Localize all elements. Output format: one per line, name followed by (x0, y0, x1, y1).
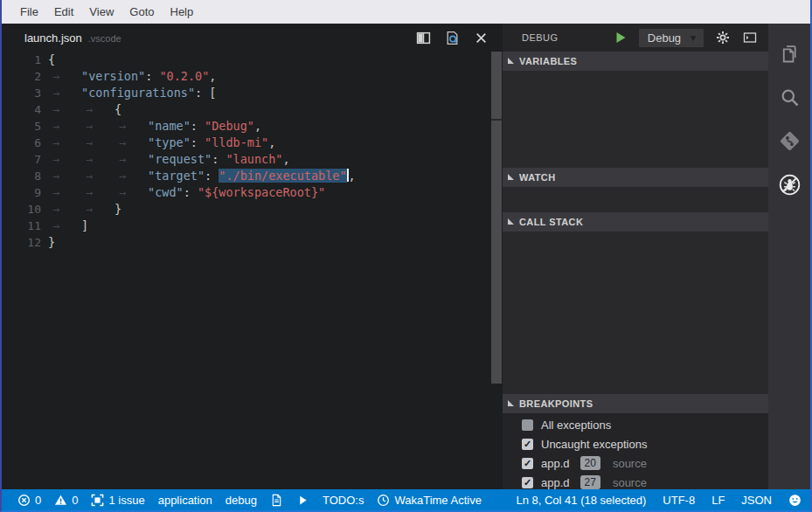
line-content: } (48, 235, 55, 249)
debug-config-dropdown[interactable]: Debug ▼ (639, 29, 704, 47)
debug-console-icon[interactable] (742, 31, 758, 45)
line-number[interactable]: 6 (2, 135, 41, 151)
section-call-stack[interactable]: CALL STACK (503, 212, 768, 232)
activity-search[interactable] (768, 75, 810, 119)
line-number[interactable]: 5 (2, 118, 41, 135)
status-issues[interactable]: 1 issue (91, 494, 144, 507)
breakpoint-label: All exceptions (541, 419, 611, 432)
status-build-document[interactable] (270, 494, 283, 507)
line-number[interactable]: 3 (2, 85, 41, 101)
code-line[interactable]: 4→→{ (2, 101, 503, 118)
breakpoint-checkbox[interactable]: ✓ (522, 439, 533, 450)
breakpoint-checkbox[interactable]: ✓ (522, 477, 533, 488)
debug-icon (778, 173, 802, 197)
line-number[interactable]: 12 (2, 234, 41, 251)
status-eol[interactable]: LF (711, 494, 725, 507)
activity-bar (768, 24, 810, 489)
code-line[interactable]: 1{ (2, 52, 503, 68)
line-content: →→→"type": "lldb-mi", (48, 135, 275, 149)
status-run-task[interactable] (296, 494, 309, 507)
menu-help[interactable]: Help (163, 5, 202, 18)
breakpoint-row[interactable]: All exceptions (503, 415, 768, 434)
gear-icon[interactable] (715, 31, 731, 45)
line-content: →→→"cwd": "${workspaceRoot}" (48, 185, 325, 199)
line-number[interactable]: 4 (2, 101, 41, 118)
activity-source-control[interactable] (768, 119, 810, 163)
code-token: "0.2.0" (159, 69, 209, 83)
code-line[interactable]: 5→→→"name": "Debug", (2, 118, 503, 135)
code-line[interactable]: 10→→} (2, 201, 503, 218)
line-number[interactable]: 11 (2, 218, 41, 234)
start-debug-button[interactable] (614, 31, 628, 45)
activity-explorer[interactable] (768, 31, 810, 75)
code-editor[interactable]: 1{2→"version": "0.2.0",3→"configurations… (2, 52, 503, 251)
line-number[interactable]: 10 (2, 201, 41, 218)
line-content: { (48, 52, 55, 66)
breakpoint-source-label: source (613, 476, 647, 489)
code-line[interactable]: 9→→→"cwd": "${workspaceRoot}" (2, 184, 503, 201)
code-token: : (191, 135, 205, 149)
tab-whitespace-icon: → (48, 184, 81, 201)
section-breakpoints-label: BREAKPOINTS (519, 398, 593, 409)
status-encoding-label: UTF-8 (663, 494, 695, 507)
status-todos[interactable]: TODO:s (323, 494, 364, 507)
status-feedback[interactable] (788, 494, 802, 507)
code-token: , (254, 119, 261, 133)
code-line[interactable]: 2→"version": "0.2.0", (2, 68, 503, 85)
menubar: FileEditViewGotoHelp (2, 0, 810, 24)
line-number[interactable]: 1 (2, 52, 41, 68)
breakpoint-row[interactable]: ✓app.d20source (503, 453, 768, 473)
twistie-icon (508, 400, 514, 406)
breakpoint-row[interactable]: ✓Uncaught exceptions (503, 434, 768, 453)
debug-sidebar: DEBUG Debug ▼ VARIABLES WATCH (503, 24, 768, 489)
smiley-icon (788, 494, 802, 507)
status-error-count[interactable]: 0 (17, 494, 41, 507)
tab-whitespace-icon: → (115, 118, 148, 135)
status-left: 001 issueapplicationdebugTODO:sWakaTime … (17, 494, 482, 507)
code-line[interactable]: 3→"configurations": [ (2, 85, 503, 101)
editor-scrollbar[interactable] (491, 52, 502, 384)
line-number-badge: 27 (580, 475, 600, 489)
code-line[interactable]: 11→] (2, 218, 503, 234)
status-application[interactable]: application (158, 494, 212, 507)
status-error-count-label: 0 (35, 494, 41, 507)
status-wakatime[interactable]: WakaTime Active (377, 494, 481, 507)
breakpoint-checkbox[interactable] (522, 419, 533, 431)
section-variables[interactable]: VARIABLES (503, 52, 768, 71)
status-language-mode[interactable]: JSON (741, 494, 772, 507)
tab-whitespace-icon: → (115, 184, 148, 201)
code-token: "lldb-mi" (205, 135, 268, 149)
breakpoint-checkbox[interactable]: ✓ (522, 458, 533, 469)
code-line[interactable]: 7→→→"request": "launch", (2, 151, 503, 168)
activity-debug[interactable] (768, 163, 810, 206)
preview-icon[interactable] (445, 31, 460, 45)
code-token: "version" (81, 69, 145, 83)
menu-goto[interactable]: Goto (121, 5, 162, 18)
tab-whitespace-icon: → (48, 68, 81, 85)
menu-view[interactable]: View (81, 5, 121, 18)
editor-tab[interactable]: launch.json .vscode (24, 31, 121, 45)
tab-whitespace-icon: → (81, 201, 115, 218)
section-watch[interactable]: WATCH (503, 168, 768, 187)
split-icon[interactable] (416, 31, 431, 45)
menu-edit[interactable]: Edit (46, 5, 81, 18)
status-debug-config[interactable]: debug (226, 494, 257, 507)
code-line[interactable]: 8→→→"target": "./bin/executable", (2, 168, 503, 184)
status-warning-count[interactable]: 0 (54, 494, 78, 507)
line-number[interactable]: 8 (2, 168, 41, 184)
code-token: } (48, 235, 55, 249)
code-line[interactable]: 6→→→"type": "lldb-mi", (2, 135, 503, 151)
editor-actions (416, 31, 494, 45)
status-cursor-position[interactable]: Ln 8, Col 41 (18 selected) (516, 494, 646, 507)
line-number[interactable]: 7 (2, 151, 41, 168)
section-breakpoints[interactable]: BREAKPOINTS (503, 394, 768, 413)
issue-icon (91, 494, 104, 507)
code-line[interactable]: 12} (2, 234, 503, 251)
menu-file[interactable]: File (12, 5, 46, 18)
selected-text: "./bin/executable" (219, 169, 346, 183)
line-number[interactable]: 2 (2, 68, 41, 85)
line-number[interactable]: 9 (2, 184, 41, 201)
line-content: →→→"target": "./bin/executable", (48, 169, 356, 183)
status-encoding[interactable]: UTF-8 (663, 494, 695, 507)
close-icon[interactable] (474, 31, 489, 45)
